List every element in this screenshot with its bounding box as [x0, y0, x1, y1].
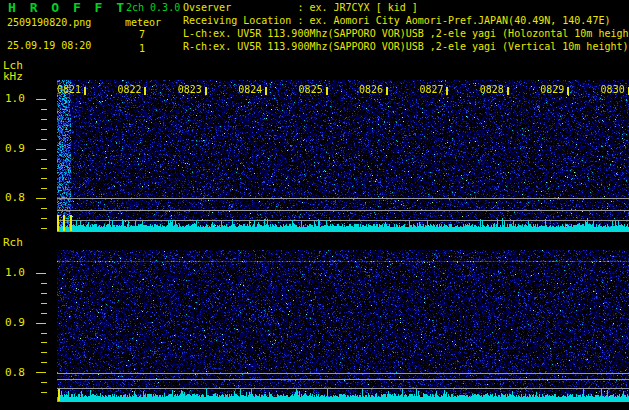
observer-line: Ovserver : ex. JR7CYX [ kid ] — [183, 2, 418, 14]
freq-tick-minor — [41, 129, 47, 130]
khz-unit-label: kHz — [3, 71, 23, 84]
lch-spectrogram-panel — [57, 80, 629, 232]
freq-tick-minor — [41, 109, 47, 110]
rch-spectrogram-panel — [57, 250, 629, 402]
time-label-0822: 0822 — [117, 84, 141, 95]
freq-tick-minor — [41, 139, 47, 140]
freq-tick-minor — [41, 303, 47, 304]
time-label-0821: 0821 — [57, 84, 81, 95]
time-label-0824: 0824 — [238, 84, 262, 95]
freq-tick-minor — [41, 362, 47, 363]
freq-tick-minor — [41, 342, 47, 343]
rch-freq-label-0.9: 0.9 — [5, 317, 25, 330]
rch-channel-label: Rch — [3, 237, 23, 250]
time-tick — [567, 87, 569, 95]
time-label-0823: 0823 — [178, 84, 202, 95]
freq-tick-minor — [41, 283, 47, 284]
app-title: H R O F F T — [8, 1, 127, 16]
freq-tick-major — [36, 99, 46, 100]
freq-tick-minor — [41, 208, 47, 209]
time-label-0830: 0830 — [601, 84, 625, 95]
freq-tick-major — [36, 323, 46, 324]
rch-freq-label-0.8: 0.8 — [5, 367, 25, 380]
freq-tick-minor — [41, 159, 47, 160]
lch-freq-label-0.8: 0.8 — [5, 192, 25, 205]
output-filename: 2509190820.png — [7, 17, 91, 29]
time-tick — [84, 87, 86, 95]
lch-meteor-count: 7 — [139, 29, 145, 41]
time-label-0829: 0829 — [540, 84, 564, 95]
time-label-0827: 0827 — [419, 84, 443, 95]
rch-rig-line: R-ch:ex. UV5R 113.900Mhz(SAPPORO VOR)USB… — [183, 41, 629, 53]
time-tick — [446, 87, 448, 95]
freq-tick-minor — [41, 293, 47, 294]
freq-tick-minor — [41, 352, 47, 353]
time-tick — [205, 87, 207, 95]
lch-rig-line: L-ch:ex. UV5R 113.900Mhz(SAPPORO VOR)USB… — [183, 28, 629, 40]
freq-tick-minor — [41, 168, 47, 169]
freq-tick-major — [36, 372, 46, 373]
rch-freq-label-1.0: 1.0 — [5, 267, 25, 280]
freq-tick-minor — [41, 382, 47, 383]
freq-tick-minor — [41, 333, 47, 334]
time-tick — [326, 87, 328, 95]
freq-tick-major — [36, 149, 46, 150]
time-label-0825: 0825 — [299, 84, 323, 95]
lch-freq-label-0.9: 0.9 — [5, 143, 25, 156]
rch-meteor-count: 1 — [139, 43, 145, 55]
time-axis: 0821082208230824082508260827082808290830 — [57, 84, 629, 102]
time-tick — [386, 87, 388, 95]
freq-tick-minor — [41, 188, 47, 189]
hrofft-window: H R O F F T 2ch 0.3.0 2509190820.png met… — [0, 0, 629, 410]
app-version: 2ch 0.3.0 — [126, 2, 180, 14]
freq-tick-minor — [41, 119, 47, 120]
time-tick — [144, 87, 146, 95]
freq-tick-minor — [41, 228, 47, 229]
lch-freq-label-1.0: 1.0 — [5, 93, 25, 106]
freq-tick-minor — [41, 218, 47, 219]
mode-label: meteor — [125, 17, 161, 29]
time-label-0826: 0826 — [359, 84, 383, 95]
freq-tick-major — [36, 198, 46, 199]
time-label-0828: 0828 — [480, 84, 504, 95]
freq-tick-minor — [41, 313, 47, 314]
time-tick — [265, 87, 267, 95]
datetime-label: 25.09.19 08:20 — [7, 40, 91, 52]
time-tick — [507, 87, 509, 95]
freq-tick-minor — [41, 178, 47, 179]
freq-tick-minor — [41, 392, 47, 393]
location-line: Receiving Location : ex. Aomori City Aom… — [183, 15, 610, 27]
freq-tick-major — [36, 273, 46, 274]
